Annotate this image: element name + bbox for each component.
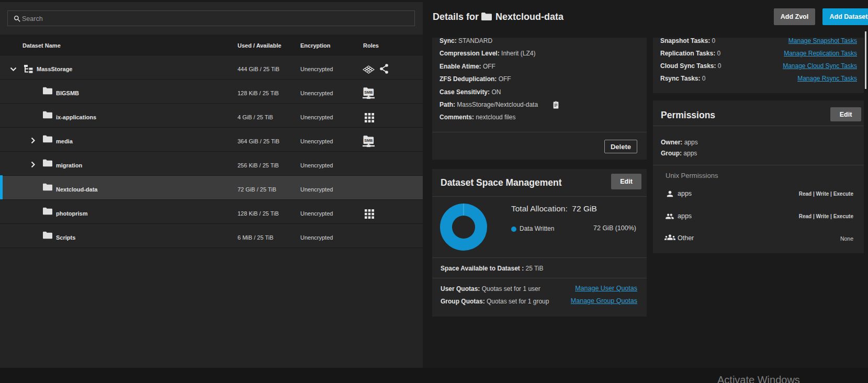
svg-text:SMB: SMB (364, 90, 373, 95)
svg-text:SMB: SMB (364, 138, 373, 143)
